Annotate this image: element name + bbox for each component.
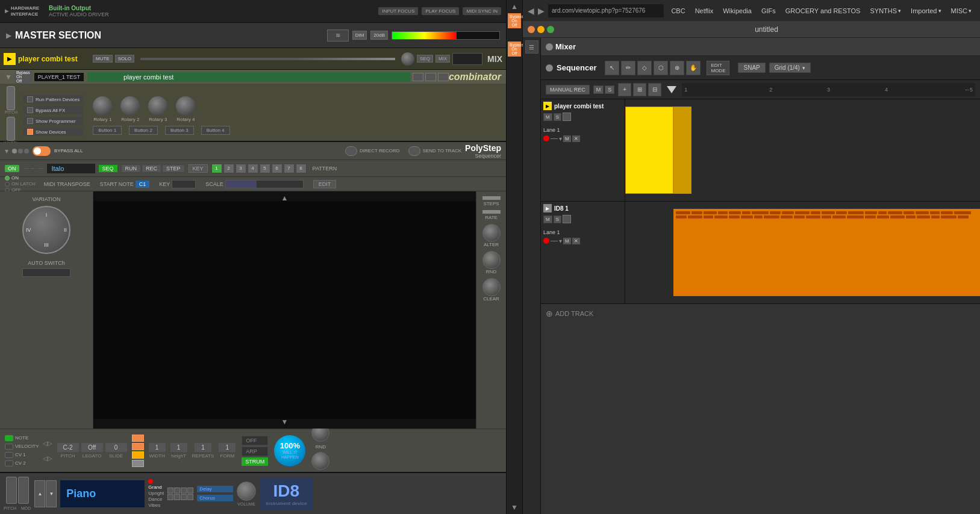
off-btn[interactable]: OFF: [242, 436, 268, 445]
midi-sync-pill[interactable]: MIDI SYNC IN: [463, 7, 501, 15]
track-play-btn-2[interactable]: ▶: [543, 204, 552, 212]
track-s-2[interactable]: S: [554, 215, 561, 223]
comb-ctrl-1[interactable]: [413, 73, 423, 81]
rotary-4[interactable]: [176, 96, 195, 116]
seq-mode-2[interactable]: [30, 167, 36, 170]
comb-button-2[interactable]: Button 2: [129, 126, 158, 135]
rotary-1[interactable]: [93, 96, 112, 116]
send-to-track-btn[interactable]: SEND TO TRACK: [408, 146, 461, 156]
rnd-knob[interactable]: [482, 251, 501, 269]
add-btn[interactable]: +: [618, 83, 631, 96]
step-8[interactable]: 8: [296, 164, 307, 173]
fx-btn-1[interactable]: [167, 488, 173, 494]
select-tool[interactable]: ↖: [605, 61, 619, 75]
polyseq-expand[interactable]: ▾: [5, 147, 8, 155]
start-note-val[interactable]: C1: [136, 181, 150, 188]
maximize-btn[interactable]: [547, 26, 554, 33]
browser-url[interactable]: ard.com/viewtopic.php?p=7527676: [548, 4, 664, 17]
key-display[interactable]: [172, 180, 196, 188]
m-btn[interactable]: M: [593, 85, 604, 94]
magnify-tool[interactable]: ⊕: [670, 61, 684, 75]
fx-btn-7[interactable]: [181, 494, 187, 500]
step-1[interactable]: 1: [211, 164, 222, 173]
track-m-2[interactable]: M: [543, 215, 552, 223]
x-lane-1[interactable]: ✕: [572, 135, 580, 142]
track-s-1[interactable]: S: [554, 113, 561, 121]
seq-mode-3[interactable]: [37, 167, 43, 170]
db-btn[interactable]: 20dB: [370, 31, 388, 40]
mode-dot-3[interactable]: [24, 149, 29, 153]
master-expand-arrow[interactable]: ▶: [6, 31, 11, 40]
key-btn[interactable]: KEY: [189, 164, 208, 173]
comb-button-3[interactable]: Button 3: [165, 126, 194, 135]
comb-button-4[interactable]: Button 4: [201, 126, 230, 135]
seq-btn[interactable]: SEQ: [417, 55, 433, 63]
width-val[interactable]: 1: [149, 443, 166, 452]
bypass-on-pill-2[interactable]: BypassOnOff: [508, 42, 521, 57]
m-lane-2[interactable]: M: [563, 238, 571, 244]
fx-btn-4[interactable]: [187, 488, 193, 494]
volume-slider[interactable]: [140, 58, 395, 60]
cv2-toggle[interactable]: [5, 460, 13, 466]
add-track-btn[interactable]: ⊕ ADD TRACK: [541, 304, 980, 323]
tab-misc[interactable]: MISC ▾: [947, 6, 976, 16]
m-lane-1[interactable]: M: [563, 135, 571, 142]
tab-synths[interactable]: SYNTHS ▾: [866, 6, 905, 16]
height-val[interactable]: 1: [170, 443, 187, 452]
minus-2[interactable]: —: [551, 237, 558, 245]
fx-btn-3[interactable]: [181, 488, 187, 494]
lasso-tool[interactable]: ⬡: [654, 61, 668, 75]
manual-rec-btn[interactable]: MANUAL REC: [546, 85, 590, 94]
step-5[interactable]: 5: [260, 164, 270, 173]
id8-pitch-wheel[interactable]: [6, 477, 17, 504]
run-btn[interactable]: RUN: [121, 164, 142, 173]
direct-record-btn[interactable]: DIRECT RECORD: [345, 146, 400, 156]
tab-wikipedia[interactable]: Wikipedia: [719, 6, 755, 16]
track-fx-2[interactable]: [563, 215, 571, 223]
minus-1[interactable]: —: [551, 134, 558, 143]
reset-knob[interactable]: [311, 452, 329, 470]
scale-display[interactable]: [225, 180, 304, 188]
cat-sel-up[interactable]: ▲: [34, 480, 45, 507]
dim-btn[interactable]: DIM: [352, 31, 367, 40]
combinator-expand[interactable]: ▼: [5, 73, 12, 81]
pencil-tool[interactable]: ✏: [621, 61, 635, 75]
s-btn[interactable]: S: [605, 85, 614, 94]
pan-knob[interactable]: [401, 52, 414, 66]
mode-dot-1[interactable]: [12, 149, 17, 153]
grid-btn[interactable]: ⊟: [648, 83, 661, 96]
clear-knob[interactable]: [482, 278, 501, 296]
tab-gifs[interactable]: GIFs: [758, 6, 779, 16]
show-programmer-btn[interactable]: Show Programmer: [23, 117, 83, 125]
mode-dot-2[interactable]: [18, 149, 23, 153]
waveform-btn[interactable]: ≋: [327, 29, 349, 42]
play-pos-marker[interactable]: [665, 83, 678, 96]
volume-knob[interactable]: [237, 481, 256, 501]
mix-view-btn[interactable]: MIX: [435, 55, 450, 63]
step-btn[interactable]: STEP: [162, 164, 185, 173]
mix-btn-t[interactable]: ⊞: [633, 83, 646, 96]
hand-tool[interactable]: ✋: [686, 61, 701, 75]
solo-btn[interactable]: SOLO: [115, 55, 134, 63]
fx-btn-5[interactable]: [167, 494, 173, 500]
run-pattern-btn[interactable]: Run Pattern Devices: [23, 95, 83, 104]
mid-down-arrow[interactable]: ▼: [511, 503, 518, 512]
rec-btn[interactable]: REC: [142, 164, 161, 173]
pitch-val[interactable]: C-2: [57, 443, 79, 452]
rotary-2[interactable]: [120, 96, 140, 116]
auto-switch-slider[interactable]: [22, 268, 70, 277]
comb-ctrl-2[interactable]: [425, 73, 436, 81]
mid-up-arrow[interactable]: ▲: [511, 2, 518, 11]
input-focus-pill[interactable]: INPUT FOCUS: [378, 7, 418, 15]
track-m-1[interactable]: M: [543, 113, 552, 121]
cv1-toggle[interactable]: [5, 452, 13, 458]
cat-sel-down[interactable]: ▼: [46, 480, 57, 507]
alter-knob[interactable]: [482, 224, 501, 242]
form-val[interactable]: 1: [219, 443, 236, 452]
seq-on-btn[interactable]: ON: [5, 165, 19, 172]
tab-cbc[interactable]: CBC: [667, 6, 688, 16]
show-devices-btn[interactable]: Show Devices: [23, 128, 83, 136]
fx-btn-6[interactable]: [174, 494, 180, 500]
arrow-down-2[interactable]: ▾: [559, 238, 562, 244]
rotary-3[interactable]: [148, 96, 167, 116]
